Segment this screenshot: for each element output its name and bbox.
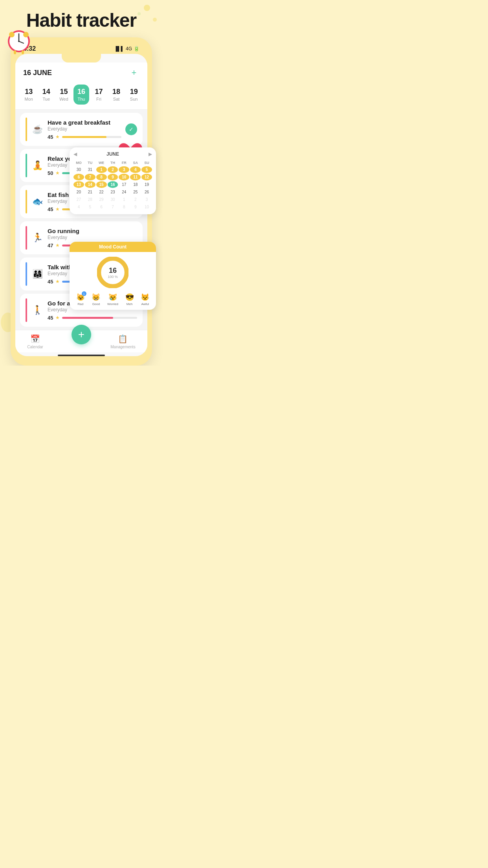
- cal-day[interactable]: 16: [108, 181, 118, 188]
- cal-day[interactable]: 9: [130, 204, 141, 210]
- cal-day[interactable]: 6: [73, 174, 84, 180]
- cal-day[interactable]: 14: [85, 181, 95, 188]
- progress-bar-fill: [62, 136, 106, 138]
- overlay-calendar: ◀ JUNE ▶ MOTUWETHFRSASU30311234567891011…: [70, 147, 147, 214]
- cal-day-header: FR: [119, 160, 129, 166]
- day-number: 19: [130, 88, 138, 96]
- habit-card[interactable]: ☕ Have a great breakfast Everyday 45 ★ ✓: [20, 113, 143, 146]
- day-number: 15: [60, 88, 68, 96]
- cal-day[interactable]: 25: [130, 189, 141, 195]
- star-icon: ★: [55, 134, 60, 140]
- nav-calendar[interactable]: 📅 Calendar: [27, 334, 43, 349]
- day-number: 13: [25, 88, 33, 96]
- calendar-day-16[interactable]: 16 Thu: [73, 85, 89, 105]
- svg-rect-12: [14, 50, 16, 54]
- nav-calendar-label: Calendar: [27, 345, 43, 349]
- mood-percentage: 100 %: [108, 275, 118, 279]
- managements-icon: 📋: [118, 334, 128, 344]
- cal-day[interactable]: 13: [73, 181, 84, 188]
- cal-day[interactable]: 23: [108, 189, 118, 195]
- cal-day[interactable]: 19: [141, 181, 147, 188]
- cal-day[interactable]: 21: [85, 189, 95, 195]
- phone-screen: 16 JUNE + 13 Mon 14 Tue 15 Wed 16 Thu 17…: [15, 54, 147, 356]
- cal-day[interactable]: 11: [130, 174, 141, 180]
- cal-day[interactable]: 4: [73, 204, 84, 210]
- habit-color-bar: [26, 262, 27, 286]
- phone-notch: [62, 54, 101, 63]
- habit-icon: 🚶: [31, 305, 44, 315]
- calendar-day-17[interactable]: 17 Fri: [91, 85, 107, 105]
- habit-info: Have a great breakfast Everyday 45 ★: [48, 119, 121, 140]
- cal-day[interactable]: 8: [96, 174, 107, 180]
- cal-day[interactable]: 22: [96, 189, 107, 195]
- cal-day[interactable]: 18: [130, 181, 141, 188]
- cal-day[interactable]: 5: [141, 166, 147, 173]
- cal-day[interactable]: 7: [85, 174, 95, 180]
- habit-icon: 🐟: [31, 197, 44, 207]
- mood-item-meh[interactable]: 😎 Meh: [125, 293, 134, 306]
- cal-day[interactable]: 26: [141, 189, 147, 195]
- mood-item-good[interactable]: 😸 Good: [92, 293, 100, 306]
- calendar-day-18[interactable]: 18 Sat: [108, 85, 124, 105]
- habit-points: 50: [48, 170, 53, 176]
- cal-day[interactable]: 17: [119, 181, 129, 188]
- cal-day[interactable]: 30: [108, 196, 118, 203]
- cal-day[interactable]: 6: [96, 204, 107, 210]
- calendar-day-19[interactable]: 19 Sun: [126, 85, 142, 105]
- mood-item-rad[interactable]: 😺 1 Rad: [76, 293, 85, 306]
- cal-day[interactable]: 2: [130, 196, 141, 203]
- mood-label: Worried: [107, 302, 118, 306]
- star-icon: ★: [55, 206, 60, 212]
- mood-items: 😺 1 Rad 😸 Good 😿 Worried 😎 Meh 😾 Awful: [70, 290, 147, 310]
- cal-day[interactable]: 9: [108, 174, 118, 180]
- habit-name: Have a great breakfast: [48, 119, 121, 126]
- cal-day[interactable]: 1: [119, 196, 129, 203]
- day-number: 16: [77, 88, 85, 96]
- fab-button[interactable]: +: [72, 325, 91, 344]
- calendar-day-14[interactable]: 14 Tue: [39, 85, 54, 105]
- cal-day[interactable]: 3: [119, 166, 129, 173]
- network-type: 4G: [126, 46, 132, 51]
- habit-color-bar: [26, 118, 27, 141]
- habit-check[interactable]: ✓: [125, 123, 137, 135]
- status-icons: ▐▌▌ 4G 🔋: [114, 46, 139, 51]
- day-number: 18: [112, 88, 120, 96]
- cal-day[interactable]: 30: [73, 166, 84, 173]
- cal-day[interactable]: 2: [108, 166, 118, 173]
- cal-day-header: SU: [141, 160, 147, 166]
- day-number: 14: [42, 88, 50, 96]
- calendar-day-15[interactable]: 15 Wed: [56, 85, 72, 105]
- cal-day[interactable]: 12: [141, 174, 147, 180]
- habit-progress-row: 45 ★: [48, 134, 121, 140]
- cal-day[interactable]: 27: [73, 196, 84, 203]
- cal-day[interactable]: 1: [96, 166, 107, 173]
- mood-item-worried[interactable]: 😿 Worried: [107, 293, 118, 306]
- home-indicator: [58, 355, 105, 356]
- cal-day[interactable]: 20: [73, 189, 84, 195]
- cal-prev[interactable]: ◀: [73, 151, 77, 157]
- cal-day[interactable]: 28: [85, 196, 95, 203]
- nav-managements[interactable]: 📋 Managements: [110, 334, 135, 349]
- habit-points: 45: [48, 206, 53, 212]
- cal-day[interactable]: 3: [141, 196, 147, 203]
- signal-icon: ▐▌▌: [114, 46, 124, 51]
- cal-day[interactable]: 31: [85, 166, 95, 173]
- cal-day[interactable]: 8: [119, 204, 129, 210]
- cal-day[interactable]: 7: [108, 204, 118, 210]
- cal-day[interactable]: 10: [141, 204, 147, 210]
- cal-day[interactable]: 29: [96, 196, 107, 203]
- cal-day[interactable]: 24: [119, 189, 129, 195]
- cal-day[interactable]: 4: [130, 166, 141, 173]
- cal-day[interactable]: 15: [96, 181, 107, 188]
- calendar-day-13[interactable]: 13 Mon: [21, 85, 37, 105]
- cal-day[interactable]: 10: [119, 174, 129, 180]
- add-button[interactable]: +: [128, 67, 139, 78]
- mood-label: Meh: [127, 302, 133, 306]
- star-icon: ★: [55, 279, 60, 284]
- mood-donut-area: 16 100 %: [70, 252, 147, 290]
- calendar-icon: 📅: [30, 334, 40, 344]
- svg-point-11: [23, 32, 29, 37]
- cal-day[interactable]: 5: [85, 204, 95, 210]
- mood-item-awful[interactable]: 😾 Awful: [141, 293, 147, 306]
- day-name: Tue: [43, 97, 50, 101]
